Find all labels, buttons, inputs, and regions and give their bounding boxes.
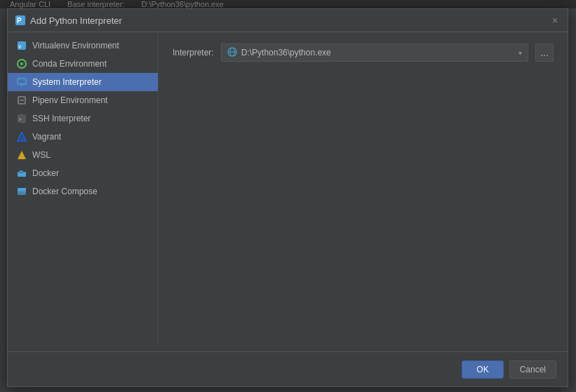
interpreter-row: Interpreter: D:\Python36\python.exe ▾ [173,43,554,62]
sidebar-item-vagrant-label: Vagrant [32,132,61,142]
svg-point-5 [20,62,23,65]
sidebar: v Virtualenv Environment Conda Environme… [8,32,159,345]
sidebar-item-virtualenv-label: Virtualenv Environment [32,41,119,50]
main-content: Interpreter: D:\Python36\python.exe ▾ [159,32,568,345]
pipenv-icon [16,95,27,106]
sidebar-item-pipenv[interactable]: Pipenv Environment [8,91,158,109]
docker-compose-icon [16,186,27,197]
ssh-icon: >_ [16,113,27,124]
svg-text:v: v [18,43,22,50]
svg-text:V: V [20,135,25,142]
system-icon [16,76,27,88]
ide-background: Angular CLI Base interpreter: D:\Python3… [0,0,576,8]
sidebar-item-ssh-label: SSH Interpreter [32,114,91,123]
globe-icon [227,47,237,59]
docker-icon [16,168,27,179]
dropdown-arrow-icon: ▾ [518,49,522,57]
browse-button[interactable]: ... [535,43,554,62]
interpreter-dropdown[interactable]: D:\Python36\python.exe ▾ [221,43,528,62]
dialog-close-button[interactable]: × [549,15,561,26]
dialog-body: v Virtualenv Environment Conda Environme… [8,32,568,345]
dialog-title-icon: P [15,15,26,26]
sidebar-item-virtualenv[interactable]: v Virtualenv Environment [8,36,158,55]
sidebar-item-conda[interactable]: Conda Environment [8,55,158,73]
vagrant-icon: V [16,131,27,142]
wsl-icon [16,149,27,161]
sidebar-item-docker-compose-label: Docker Compose [32,187,98,196]
sidebar-item-ssh[interactable]: >_ SSH Interpreter [8,109,158,128]
svg-rect-6 [18,79,26,84]
sidebar-item-docker[interactable]: Docker [8,164,158,182]
svg-rect-17 [19,170,21,173]
svg-rect-18 [21,170,23,173]
interpreter-path-text: D:\Python36\python.exe [241,48,514,58]
dialog-titlebar: P Add Python Interpreter × [8,9,568,32]
cancel-button[interactable]: Cancel [509,360,556,379]
sidebar-item-wsl-label: WSL [32,150,51,160]
svg-rect-20 [18,188,26,191]
interpreter-label: Interpreter: [173,48,214,58]
svg-text:>_: >_ [18,116,25,123]
sidebar-item-vagrant[interactable]: V Vagrant [8,128,158,146]
svg-marker-15 [18,151,26,159]
conda-icon [16,58,27,69]
sidebar-item-system[interactable]: System Interpreter [8,73,158,91]
sidebar-item-system-label: System Interpreter [32,77,102,87]
dialog-title-area: P Add Python Interpreter [15,15,122,26]
dialog-backdrop: Angular CLI Base interpreter: D:\Python3… [0,0,576,392]
sidebar-item-wsl[interactable]: WSL [8,146,158,164]
dialog-footer: OK Cancel [8,351,568,386]
ok-button[interactable]: OK [462,360,503,379]
dialog-title-text: Add Python Interpreter [30,15,122,26]
virtualenv-icon: v [16,40,27,51]
sidebar-item-pipenv-label: Pipenv Environment [32,95,107,105]
sidebar-item-docker-compose[interactable]: Docker Compose [8,182,158,201]
svg-text:P: P [17,17,22,25]
sidebar-item-docker-label: Docker [32,168,59,178]
sidebar-item-conda-label: Conda Environment [32,59,107,69]
add-python-interpreter-dialog: P Add Python Interpreter × v Vir [7,8,568,387]
